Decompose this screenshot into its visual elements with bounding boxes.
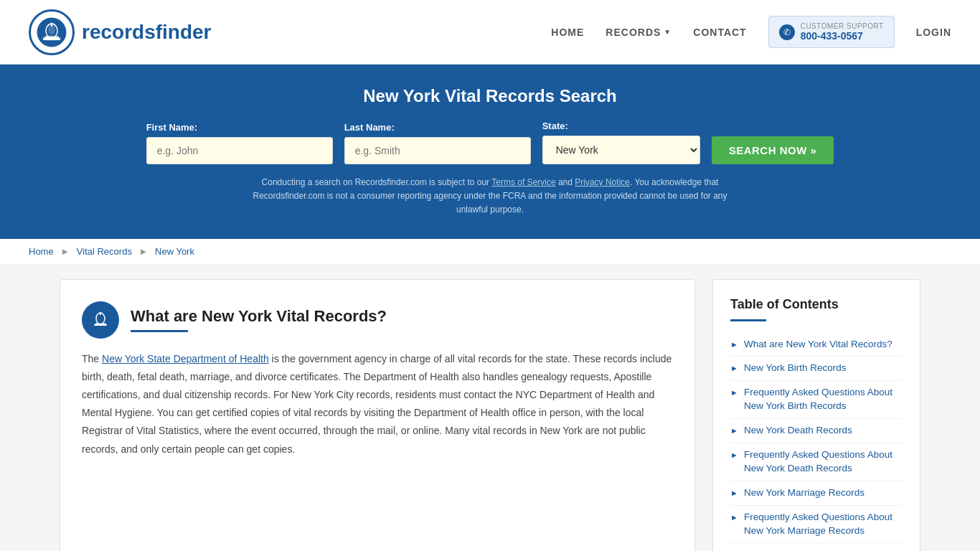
toc-item-6[interactable]: ► Frequently Asked Questions About New Y… — [730, 506, 903, 544]
first-name-label: First Name: — [146, 122, 198, 133]
tos-link[interactable]: Terms of Service — [491, 177, 555, 187]
state-select[interactable]: New York — [542, 136, 700, 164]
breadcrumb-sep-1: ► — [60, 246, 70, 257]
main-article: What are New York Vital Records? The New… — [60, 279, 695, 551]
search-now-button[interactable]: SEARCH NOW » — [712, 136, 834, 164]
article-title: What are New York Vital Records? — [131, 307, 387, 326]
breadcrumb: Home ► Vital Records ► New York — [0, 239, 980, 265]
support-label: CUSTOMER SUPPORT — [801, 22, 884, 30]
breadcrumb-home[interactable]: Home — [29, 246, 54, 257]
article-title-underline — [131, 330, 188, 332]
svg-point-19 — [100, 311, 101, 313]
svg-rect-22 — [100, 323, 101, 326]
toc-item-3[interactable]: ► New York Death Records — [730, 419, 903, 443]
svg-point-7 — [51, 22, 53, 24]
last-name-label: Last Name: — [344, 122, 395, 133]
svg-rect-9 — [48, 36, 50, 39]
svg-rect-12 — [55, 36, 56, 39]
chevron-right-icon: ► — [730, 450, 738, 461]
toc-item-5[interactable]: ► New York Marriage Records — [730, 481, 903, 506]
article-icon — [82, 301, 119, 339]
article-section: What are New York Vital Records? The New… — [60, 279, 695, 551]
toc-title: Table of Contents — [730, 297, 903, 312]
breadcrumb-vital-records[interactable]: Vital Records — [77, 246, 132, 257]
customer-support-button[interactable]: ✆ CUSTOMER SUPPORT 800-433-0567 — [768, 16, 895, 48]
svg-rect-21 — [98, 323, 99, 326]
chevron-right-icon: ► — [730, 363, 738, 374]
toc-item-7[interactable]: ► New York Divorce Records — [730, 543, 903, 551]
breadcrumb-current: New York — [155, 246, 194, 257]
search-banner: New York Vital Records Search First Name… — [0, 65, 980, 239]
disclaimer-text: Conducting a search on Recordsfinder.com… — [239, 176, 741, 217]
last-name-input[interactable] — [344, 137, 531, 164]
toc-item-0[interactable]: ► What are New York Vital Records? — [730, 333, 903, 357]
state-label: State: — [542, 121, 568, 131]
toc-list: ► What are New York Vital Records? ► New… — [730, 333, 903, 551]
logo-icon — [29, 9, 75, 55]
chevron-right-icon: ► — [730, 488, 738, 499]
support-number: 800-433-0567 — [801, 30, 884, 42]
chevron-right-icon: ► — [730, 339, 738, 350]
search-title: New York Vital Records Search — [29, 86, 951, 106]
phone-icon: ✆ — [779, 24, 795, 40]
toc-underline — [730, 319, 766, 321]
svg-rect-23 — [103, 323, 103, 326]
article-body: The New York State Department of Health … — [82, 350, 673, 458]
svg-rect-11 — [52, 36, 54, 39]
chevron-right-icon: ► — [730, 512, 738, 523]
nav-records[interactable]: RECORDS ▼ — [606, 27, 672, 38]
logo-text: recordsfinder — [82, 21, 212, 44]
chevron-down-icon: ▼ — [664, 28, 672, 36]
svg-rect-10 — [50, 36, 52, 39]
last-name-group: Last Name: — [344, 122, 531, 164]
dept-health-link[interactable]: New York State Department of Health — [102, 353, 269, 364]
first-name-group: First Name: — [146, 122, 333, 164]
svg-rect-20 — [96, 323, 97, 326]
chevron-right-icon: ► — [730, 387, 738, 398]
sidebar: Table of Contents ► What are New York Vi… — [712, 279, 920, 551]
svg-rect-8 — [46, 36, 47, 39]
state-group: State: New York — [542, 121, 700, 164]
nav-home[interactable]: HOME — [551, 27, 584, 38]
privacy-link[interactable]: Privacy Notice — [575, 177, 630, 187]
nav-contact[interactable]: CONTACT — [693, 27, 746, 38]
toc-item-4[interactable]: ► Frequently Asked Questions About New Y… — [730, 443, 903, 481]
main-content: What are New York Vital Records? The New… — [31, 279, 949, 551]
toc-item-1[interactable]: ► New York Birth Records — [730, 357, 903, 381]
logo-area: recordsfinder — [29, 9, 212, 55]
svg-rect-13 — [57, 36, 58, 39]
site-header: recordsfinder HOME RECORDS ▼ CONTACT ✆ C… — [0, 0, 980, 65]
chevron-right-icon: ► — [730, 425, 738, 436]
toc-item-2[interactable]: ► Frequently Asked Questions About New Y… — [730, 381, 903, 419]
toc-box: Table of Contents ► What are New York Vi… — [712, 279, 920, 551]
svg-rect-24 — [105, 323, 105, 326]
main-nav: HOME RECORDS ▼ CONTACT ✆ CUSTOMER SUPPOR… — [551, 16, 951, 48]
search-form: First Name: Last Name: State: New York S… — [29, 121, 951, 164]
breadcrumb-sep-2: ► — [139, 246, 149, 257]
article-header: What are New York Vital Records? — [82, 301, 673, 339]
first-name-input[interactable] — [146, 137, 333, 164]
nav-login[interactable]: LOGIN — [916, 27, 951, 38]
